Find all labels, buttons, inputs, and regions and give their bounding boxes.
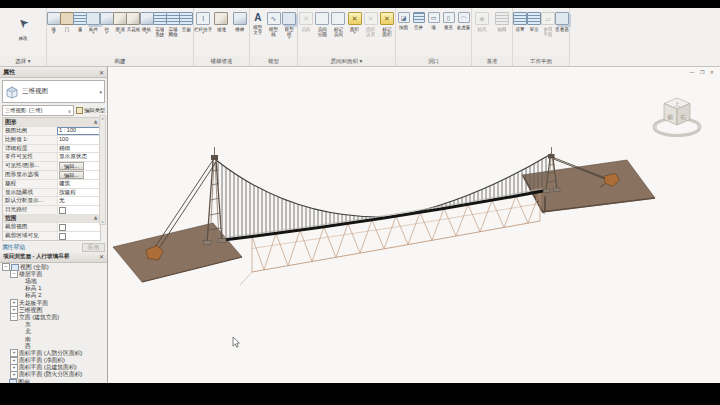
ribbon-button-面积边界[interactable]: ✕面积边界 — [363, 10, 379, 56]
property-section-范围[interactable]: 范围∧ — [3, 214, 100, 222]
property-value[interactable]: 精细 — [57, 145, 100, 153]
ribbon-button-窗[interactable]: 窗 — [74, 10, 87, 56]
edit-button[interactable]: 编辑... — [59, 171, 84, 179]
viewcube[interactable]: 上 前 右 — [652, 98, 702, 136]
ribbon-panel-title[interactable]: 工作平面 — [513, 56, 569, 66]
bridge-3d-model[interactable]: 上 前 右 — [108, 67, 720, 383]
checkbox[interactable] — [59, 233, 66, 240]
ribbon-panel-title[interactable]: 洞口 — [396, 56, 471, 66]
property-value[interactable] — [57, 206, 100, 214]
tree-item-南[interactable]: 南 — [0, 335, 107, 342]
ribbon-button-幕墙系统[interactable]: 幕墙系统 — [153, 10, 166, 56]
property-value[interactable]: 编辑... — [57, 162, 100, 170]
ribbon-button-标高[interactable]: ◆标高 — [472, 10, 492, 56]
tree-item-场地[interactable]: 场地 — [0, 278, 107, 285]
ribbon-button-轴网[interactable]: 轴网 — [492, 10, 512, 56]
ribbon-panel-title[interactable]: 楼梯坡道 — [194, 56, 249, 66]
property-value[interactable]: 编辑... — [57, 171, 100, 179]
ribbon-button-楼梯[interactable]: 楼梯 — [231, 10, 249, 56]
tree-item-面积平面 (防火分区面积)[interactable]: +面积平面 (防火分区面积) — [0, 371, 107, 378]
ribbon-panel-title[interactable]: 基准 — [472, 56, 512, 66]
checkbox[interactable] — [59, 207, 66, 214]
ribbon-button-幕墙网格[interactable]: 幕墙网格 — [166, 10, 179, 56]
room-separator-icon — [315, 12, 329, 25]
ribbon-panel-构建: 墙▾门窗构件▾柱▾屋顶▾天花板楼板▾幕墙系统幕墙网格竖梃构建 — [47, 8, 194, 66]
ribbon-button-面积[interactable]: ✕面积▾ — [347, 10, 363, 56]
property-value[interactable]: 建筑 — [57, 180, 100, 188]
roof-icon — [113, 12, 127, 25]
properties-scrollbar[interactable]: ∧ v — [99, 115, 106, 225]
collapse-icon[interactable]: − — [10, 313, 18, 321]
ribbon-button-模型文字[interactable]: A模型文字 — [250, 10, 266, 56]
ribbon-button-构件[interactable]: 构件▾ — [87, 10, 100, 56]
ribbon-button-label: 轴网 — [497, 27, 506, 32]
ribbon-button-墙[interactable]: 墙▾ — [47, 10, 60, 56]
edit-button[interactable]: 编辑... — [59, 162, 84, 170]
checkbox[interactable] — [59, 224, 66, 231]
ribbon-button-设置[interactable]: 设置 — [513, 10, 527, 56]
ribbon-button-label: 模型线 — [269, 27, 278, 38]
ribbon-button-老虎窗[interactable]: ◠老虎窗 — [456, 10, 471, 56]
ribbon-button-label: 窗 — [78, 27, 83, 32]
ribbon-button-屋顶[interactable]: 屋顶▾ — [113, 10, 126, 56]
collapse-icon[interactable]: − — [10, 270, 18, 278]
properties-help-link[interactable]: 属性帮助 — [2, 243, 25, 252]
ribbon-button-label: 标记面积 — [382, 27, 391, 38]
show-workplane-icon — [527, 12, 541, 25]
ribbon-button-天花板[interactable]: 天花板 — [127, 10, 140, 56]
drawing-area[interactable]: — ❐ ✕ — [108, 67, 720, 383]
properties-close-icon[interactable]: ✕ — [99, 69, 104, 76]
ribbon-button-竖梃[interactable]: 竖梃 — [180, 10, 193, 56]
ribbon-button-按面[interactable]: ◪按面 — [396, 10, 411, 56]
property-value[interactable] — [57, 223, 100, 231]
ribbon-button-门[interactable]: 门 — [60, 10, 73, 56]
left-dock: 属性 ✕ 三维视图 ▾ 三维视图: {三维} ∨ 编辑类型 图形∧视图比例1 :… — [0, 67, 108, 383]
property-value[interactable]: 1 : 100 — [57, 127, 100, 135]
tree-item-立面 (建筑立面)[interactable]: −立面 (建筑立面) — [0, 314, 107, 321]
ribbon-button-墙[interactable]: ▭墙 — [426, 10, 441, 56]
property-value[interactable]: 按规程 — [57, 189, 100, 197]
ribbon-panel-title[interactable]: 房间和面积 ▾ — [298, 56, 395, 66]
ribbon-button-坡道[interactable]: 坡道 — [212, 10, 230, 56]
property-value[interactable]: 无 — [57, 197, 100, 205]
tree-item-标高 1[interactable]: 标高 1 — [0, 285, 107, 292]
ribbon-button-房间[interactable]: ✕房间 — [298, 10, 314, 56]
ribbon-button-楼板[interactable]: 楼板▾ — [140, 10, 153, 56]
ribbon-button-房间分隔[interactable]: 房间分隔 — [314, 10, 330, 56]
collapse-icon[interactable]: − — [2, 263, 10, 271]
property-row-视图比例: 视图比例1 : 100 — [3, 126, 100, 135]
ribbon-button-栏杆扶手[interactable]: ⌇栏杆扶手▾ — [194, 10, 212, 56]
project-browser-close-icon[interactable]: ✕ — [99, 253, 104, 260]
ribbon-button-标记房间[interactable]: 标记房间 — [330, 10, 346, 56]
property-value[interactable]: 显示原状态 — [57, 153, 100, 161]
type-selector-dropdown-icon[interactable]: ▾ — [99, 89, 102, 95]
tree-item-东[interactable]: 东 — [0, 321, 107, 328]
property-value[interactable]: 100 — [57, 136, 100, 144]
tree-item-楼层平面[interactable]: −楼层平面 — [0, 271, 107, 278]
ribbon-button-显示[interactable]: 显示 — [527, 10, 541, 56]
ribbon-button-模型线[interactable]: ∿模型线 — [266, 10, 282, 56]
property-value[interactable] — [57, 232, 100, 240]
ribbon-button-柱[interactable]: 柱▾ — [100, 10, 113, 56]
ribbon-button-修改[interactable]: ➤修改 — [0, 10, 46, 56]
ribbon-panel-title[interactable]: 构建 — [47, 56, 193, 66]
ribbon-button-label: 房间分隔 — [318, 27, 327, 38]
edit-type-button[interactable]: 编辑类型 — [76, 107, 105, 114]
opening-by-face-icon: ◪ — [398, 12, 410, 23]
apply-button[interactable]: 应用 — [82, 243, 105, 252]
property-section-图形[interactable]: 图形∧ — [3, 118, 100, 126]
ribbon-button-竖井[interactable]: 竖井 — [411, 10, 426, 56]
view-combo[interactable]: 三维视图: {三维} ∨ — [2, 105, 74, 116]
ribbon-button-垂直[interactable]: ▯垂直 — [441, 10, 456, 56]
scroll-down-icon[interactable]: v — [102, 219, 104, 224]
ribbon-panel-title[interactable]: 选择 ▾ — [0, 56, 46, 66]
tree-item-北[interactable]: 北 — [0, 328, 107, 335]
ribbon-button-标记面积[interactable]: ✕标记面积 — [379, 10, 395, 56]
ribbon-button-查看器[interactable]: 查看器 — [555, 10, 569, 56]
ribbon-panel-title[interactable]: 模型 — [250, 56, 297, 66]
ribbon-button-模型组[interactable]: 模型组▾ — [281, 10, 297, 56]
scroll-up-icon[interactable]: ∧ — [101, 116, 104, 121]
ribbon-button-参照平面[interactable]: ▱参照平面 — [541, 10, 555, 56]
type-selector[interactable]: 三维视图 ▾ — [2, 80, 105, 103]
view-window-controls[interactable]: — ❐ ✕ — [690, 69, 716, 75]
